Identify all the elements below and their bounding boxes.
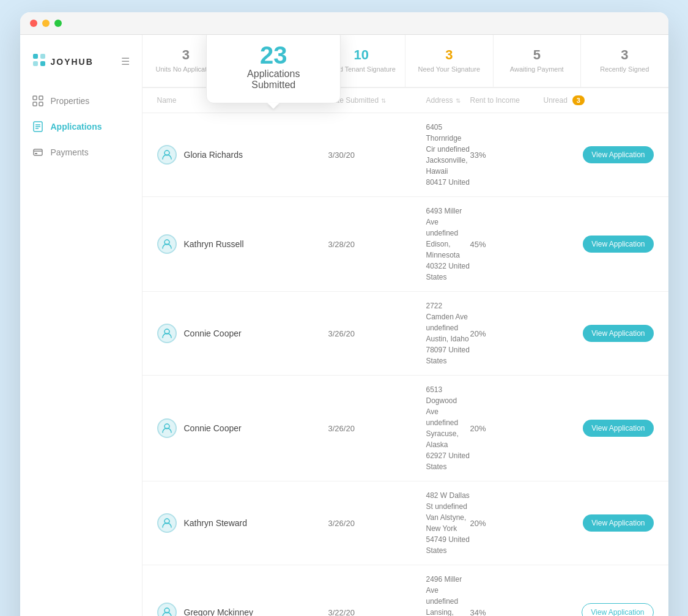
address-cell: 2496 Miller Ave undefined Lansing, Illin… — [426, 574, 470, 616]
applicant-avatar — [157, 603, 177, 616]
payments-icon — [32, 147, 43, 158]
tooltip-arrow — [267, 103, 279, 109]
stat-number-payment: 5 — [500, 47, 575, 63]
app-container: JOYHUB ☰ Properties — [20, 35, 668, 616]
date-cell: 3/26/20 — [328, 519, 426, 528]
main-content: 3 Units No Application 23 Applications S… — [142, 35, 668, 616]
svg-rect-14 — [35, 153, 37, 154]
date-cell: 3/28/20 — [328, 240, 426, 249]
submitted-tooltip: 23 Applications Submitted — [206, 35, 341, 103]
applicant-avatar — [157, 418, 177, 438]
sidebar-item-applications[interactable]: Applications — [20, 114, 142, 139]
stat-label-your-sig: Need Your Signature — [412, 65, 487, 73]
stat-label-signed: Recently Signed — [587, 65, 662, 73]
view-application-button[interactable]: View Application — [582, 603, 653, 616]
table-rows: Gloria Richards 3/30/20 6405 Thornridge … — [142, 113, 668, 616]
applicant-avatar — [157, 234, 177, 254]
applicant-name: Gregory Mckinney — [184, 607, 254, 616]
rti-cell: 20% — [470, 329, 544, 338]
date-cell: 3/26/20 — [328, 424, 426, 433]
address-cell: 482 W Dallas St undefined Van Alstyne, N… — [426, 490, 470, 556]
payments-label: Payments — [51, 147, 89, 157]
applicant-cell: Connie Cooper — [157, 324, 328, 343]
svg-rect-7 — [39, 102, 43, 106]
stat-payment[interactable]: 5 Awaiting Payment — [494, 35, 582, 87]
action-cell: View Application — [544, 603, 654, 616]
stat-signed[interactable]: 3 Recently Signed — [581, 35, 668, 87]
date-cell: 3/22/20 — [328, 608, 426, 617]
stat-your-sig[interactable]: 3 Need Your Signature — [405, 35, 494, 87]
stat-number-your-sig: 3 — [412, 47, 487, 63]
rti-cell: 33% — [470, 150, 544, 160]
svg-rect-4 — [33, 96, 37, 100]
table-row: Kathryn Russell 3/28/20 6493 Miller Ave … — [142, 197, 668, 292]
applicant-avatar — [157, 324, 177, 343]
hamburger-icon[interactable]: ☰ — [121, 56, 130, 67]
dot-yellow[interactable] — [42, 20, 50, 27]
browser-bar — [20, 12, 668, 35]
svg-rect-5 — [39, 96, 43, 100]
applicant-name: Kathryn Russell — [184, 239, 244, 249]
view-application-button[interactable]: View Application — [583, 146, 653, 163]
table-row: Kathryn Steward 3/26/20 482 W Dallas St … — [142, 481, 668, 565]
th-rti: Rent to Income — [470, 96, 544, 105]
browser-window: JOYHUB ☰ Properties — [20, 12, 668, 616]
stat-number-signed: 3 — [587, 47, 662, 63]
properties-label: Properties — [51, 96, 90, 106]
applicant-name: Kathryn Steward — [184, 518, 248, 528]
applicant-cell: Gloria Richards — [157, 145, 328, 165]
date-cell: 3/30/20 — [328, 150, 426, 160]
svg-rect-6 — [33, 102, 37, 106]
table-row: Gloria Richards 3/30/20 6405 Thornridge … — [142, 113, 668, 197]
action-cell: View Application — [544, 514, 654, 532]
rti-cell: 45% — [470, 240, 544, 249]
table-row: Connie Cooper 3/26/20 2722 Camden Ave un… — [142, 292, 668, 376]
address-cell: 2722 Camden Ave undefined Austin, Idaho … — [426, 300, 470, 366]
applications-icon — [32, 121, 43, 132]
applicant-cell: Kathryn Steward — [157, 513, 328, 533]
stat-label-payment: Awaiting Payment — [500, 65, 575, 73]
table-row: Gregory Mckinney 3/22/20 2496 Miller Ave… — [142, 565, 668, 616]
svg-rect-0 — [33, 54, 38, 59]
properties-icon — [32, 95, 43, 106]
svg-rect-2 — [33, 61, 38, 66]
tooltip-number: 23 — [231, 42, 316, 69]
applicant-cell: Connie Cooper — [157, 418, 328, 438]
table-row: Connie Cooper 3/26/20 6513 Dogwood Ave u… — [142, 376, 668, 481]
rti-cell: 20% — [470, 519, 544, 528]
dot-red[interactable] — [30, 20, 37, 27]
action-cell: View Application — [544, 325, 654, 342]
date-cell: 3/26/20 — [328, 329, 426, 338]
applicant-name: Connie Cooper — [184, 328, 242, 338]
stats-bar: 3 Units No Application 23 Applications S… — [142, 35, 668, 88]
stat-submitted[interactable]: 23 Applications Submitted 23 Application… — [230, 35, 318, 87]
view-application-button[interactable]: View Application — [583, 325, 653, 342]
sidebar-item-properties[interactable]: Properties — [20, 88, 142, 114]
address-cell: 6493 Miller Ave undefined Edison, Minnes… — [426, 206, 470, 283]
applicant-avatar — [157, 145, 177, 165]
logo-text: JOYHUB — [51, 57, 94, 67]
th-address: Address ⇅ — [426, 96, 470, 105]
applicant-cell: Gregory Mckinney — [157, 603, 328, 616]
th-date: Date Submitted ⇅ — [328, 96, 426, 105]
applicant-avatar — [157, 513, 177, 533]
svg-rect-3 — [40, 61, 45, 66]
rti-cell: 20% — [470, 424, 544, 433]
address-cell: 6513 Dogwood Ave undefined Syracuse, Ala… — [426, 384, 470, 472]
dot-green[interactable] — [54, 20, 62, 27]
view-application-button[interactable]: View Application — [583, 236, 653, 253]
sidebar: JOYHUB ☰ Properties — [20, 35, 142, 616]
table-container: Name Date Submitted ⇅ Address ⇅ Rent to … — [142, 88, 668, 616]
action-cell: View Application — [544, 420, 654, 437]
address-cell: 6405 Thornridge Cir undefined Jacksonvil… — [426, 122, 470, 188]
unread-badge: 3 — [572, 95, 585, 105]
date-sort-icon[interactable]: ⇅ — [381, 97, 386, 104]
sidebar-item-payments[interactable]: Payments — [20, 139, 142, 165]
view-application-button[interactable]: View Application — [583, 420, 653, 437]
applicant-cell: Kathryn Russell — [157, 234, 328, 254]
th-unread: Unread 3 — [544, 95, 654, 105]
action-cell: View Application — [544, 146, 654, 163]
rti-cell: 34% — [470, 608, 544, 617]
view-application-button[interactable]: View Application — [583, 514, 653, 532]
address-sort-icon[interactable]: ⇅ — [456, 97, 461, 104]
